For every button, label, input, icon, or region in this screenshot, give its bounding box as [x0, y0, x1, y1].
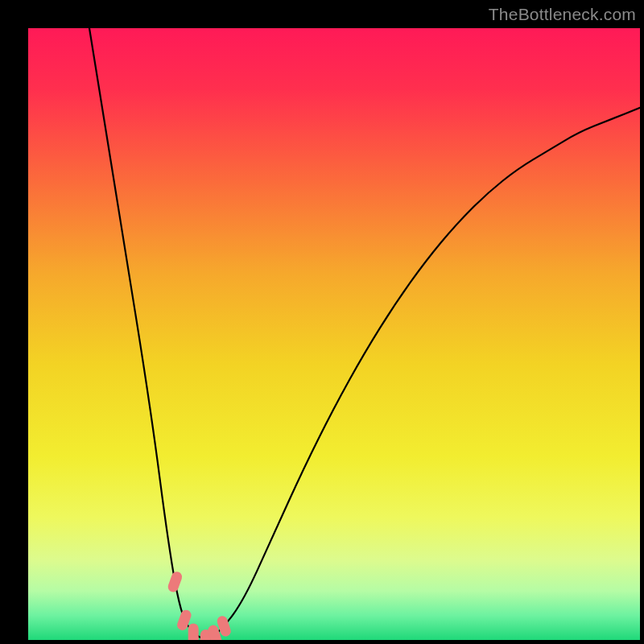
chart-frame: TheBottleneck.com — [0, 0, 644, 644]
optimal-marker — [167, 570, 184, 593]
optimal-marker — [188, 623, 199, 640]
curve-layer — [28, 28, 640, 640]
plot-area — [28, 28, 640, 640]
optimal-zone-markers — [167, 570, 233, 640]
watermark-text: TheBottleneck.com — [489, 5, 636, 24]
bottleneck-curve — [89, 28, 640, 638]
